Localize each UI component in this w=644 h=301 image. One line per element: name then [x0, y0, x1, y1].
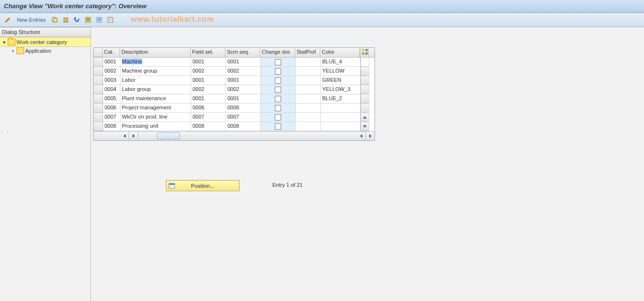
grid-header-field-sel[interactable]: Field sel. — [191, 48, 225, 57]
cell-field-sel[interactable]: 0001 — [191, 58, 226, 67]
scroll-right-end-button[interactable] — [366, 132, 374, 140]
cell-scrn-seq[interactable]: 0008 — [226, 122, 261, 131]
undo-change-icon[interactable] — [72, 15, 82, 25]
cell-cat[interactable]: 0005 — [103, 94, 120, 104]
checkbox[interactable] — [275, 87, 281, 93]
cell-statprof[interactable] — [296, 113, 321, 122]
cell-statprof[interactable] — [296, 67, 321, 76]
cell-field-sel[interactable]: 0001 — [191, 76, 226, 85]
checkbox[interactable] — [275, 68, 281, 75]
scroll-up-icon[interactable] — [363, 116, 367, 119]
cell-change-doc[interactable] — [261, 104, 296, 113]
deselect-all-icon[interactable] — [105, 15, 115, 25]
cell-scrn-seq[interactable]: 0002 — [226, 67, 261, 76]
cell-description[interactable]: Processing unit — [120, 122, 191, 131]
toggle-display-change-icon[interactable] — [3, 15, 13, 25]
tree-node-application[interactable]: • Application — [0, 46, 90, 55]
grid-header-description[interactable]: Description — [120, 48, 191, 57]
cell-scrn-seq[interactable]: 0007 — [226, 113, 261, 122]
scroll-thumb[interactable] — [157, 133, 180, 139]
cell-description[interactable]: WkCtr on prod. line — [120, 113, 191, 122]
cell-scrn-seq[interactable]: 0002 — [226, 85, 261, 94]
checkbox[interactable] — [275, 59, 281, 65]
scroll-left-end-button[interactable] — [357, 132, 366, 140]
table-row[interactable]: 0001Machine00010001BLUE_4 — [94, 58, 374, 67]
cell-description[interactable]: Labor group — [120, 85, 191, 94]
cell-color[interactable]: BLUE_4 — [321, 58, 360, 67]
row-selector[interactable] — [94, 122, 103, 131]
scroll-right-button[interactable] — [129, 132, 138, 140]
cell-cat[interactable]: 0004 — [103, 85, 120, 94]
new-entries-button[interactable]: New Entries — [14, 17, 48, 23]
cell-description[interactable]: Project management — [120, 104, 191, 113]
cell-description[interactable]: Plant maintenance — [120, 94, 191, 104]
table-row[interactable]: 0003Labor00010001GREEN — [94, 76, 374, 85]
cell-cat[interactable]: 0006 — [103, 104, 120, 113]
row-selector[interactable] — [94, 94, 103, 104]
grid-header-selector[interactable] — [94, 48, 103, 57]
cell-field-sel[interactable]: 0002 — [191, 67, 226, 76]
cell-scrn-seq[interactable]: 0001 — [226, 58, 261, 67]
cell-cat[interactable]: 0003 — [103, 76, 120, 85]
cell-statprof[interactable] — [296, 76, 321, 85]
table-row[interactable]: 0006Project management00060006 — [94, 104, 374, 113]
splitter-handle[interactable]: ⋮⋮ — [0, 130, 10, 135]
cell-statprof[interactable] — [296, 58, 321, 67]
cell-color[interactable] — [321, 104, 360, 113]
scroll-track[interactable] — [138, 132, 357, 140]
grid-header-cat[interactable]: Cat. — [103, 48, 120, 57]
tree-expand-icon[interactable]: ▾ — [2, 39, 7, 45]
cell-description[interactable]: Machine group — [120, 67, 191, 76]
cell-field-sel[interactable]: 0008 — [191, 122, 226, 131]
checkbox[interactable] — [275, 96, 281, 102]
delete-icon[interactable] — [61, 15, 71, 25]
grid-header-change-doc[interactable]: Change doc — [260, 48, 295, 57]
cell-cat[interactable]: 0007 — [103, 113, 120, 122]
cell-cat[interactable]: 0002 — [103, 67, 120, 76]
cell-change-doc[interactable] — [261, 94, 296, 104]
cell-statprof[interactable] — [296, 122, 321, 131]
select-all-icon[interactable] — [83, 15, 93, 25]
position-button[interactable]: Position... — [166, 180, 240, 191]
checkbox[interactable] — [275, 105, 281, 111]
cell-change-doc[interactable] — [261, 58, 296, 67]
scroll-left-button[interactable] — [120, 132, 129, 140]
row-selector[interactable] — [94, 67, 103, 76]
cell-field-sel[interactable]: 0002 — [191, 85, 226, 94]
row-selector[interactable] — [94, 104, 103, 113]
table-row[interactable]: 0008Processing unit00080008 — [94, 122, 374, 131]
grid-header-statprof[interactable]: StatProf — [295, 48, 320, 57]
cell-cat[interactable]: 0008 — [103, 122, 120, 131]
cell-field-sel[interactable]: 0006 — [191, 104, 226, 113]
cell-color[interactable]: YELLOW_3 — [321, 85, 360, 94]
cell-color[interactable] — [321, 122, 360, 131]
cell-field-sel[interactable]: 0007 — [191, 113, 226, 122]
cell-color[interactable]: YELLOW — [321, 67, 360, 76]
row-selector[interactable] — [94, 58, 103, 67]
copy-as-icon[interactable] — [50, 15, 60, 25]
row-selector[interactable] — [94, 85, 103, 94]
cell-color[interactable]: GREEN — [321, 76, 360, 85]
grid-header-color[interactable]: Color — [320, 48, 360, 57]
cell-description[interactable]: Machine — [120, 58, 191, 67]
cell-change-doc[interactable] — [261, 113, 296, 122]
scroll-down-icon[interactable] — [363, 125, 367, 128]
cell-statprof[interactable] — [296, 104, 321, 113]
table-row[interactable]: 0002Machine group00020002YELLOW — [94, 67, 374, 76]
grid-header-scrn-seq[interactable]: Scrn seq. — [225, 48, 260, 57]
checkbox[interactable] — [275, 123, 281, 130]
table-row[interactable]: 0005Plant maintenance00010001BLUE_2 — [94, 94, 374, 104]
grid-configure-icon[interactable] — [360, 48, 369, 57]
cell-statprof[interactable] — [296, 94, 321, 104]
tree-node-work-center-category[interactable]: ▾ Work center category — [0, 37, 91, 47]
cell-scrn-seq[interactable]: 0001 — [226, 76, 261, 85]
row-selector[interactable] — [94, 113, 103, 122]
checkbox[interactable] — [275, 114, 281, 120]
cell-scrn-seq[interactable]: 0006 — [226, 104, 261, 113]
cell-change-doc[interactable] — [261, 67, 296, 76]
cell-change-doc[interactable] — [261, 85, 296, 94]
select-block-icon[interactable] — [94, 15, 104, 25]
checkbox[interactable] — [275, 77, 281, 84]
cell-scrn-seq[interactable]: 0001 — [226, 94, 261, 104]
table-row[interactable]: 0007WkCtr on prod. line00070007 — [94, 113, 374, 122]
